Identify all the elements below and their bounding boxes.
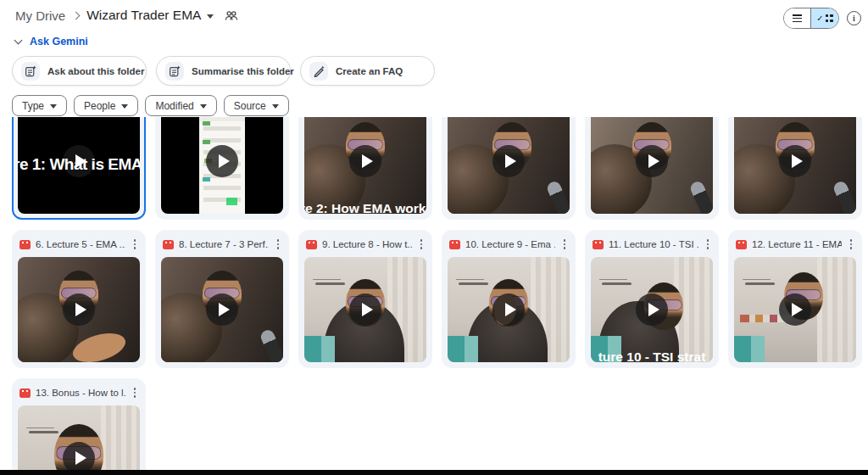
summarise-folder-button[interactable]: Summarise this folder <box>156 56 291 86</box>
filter-people[interactable]: People <box>74 95 138 116</box>
file-card[interactable] <box>728 117 862 220</box>
list-view-button[interactable] <box>784 8 811 28</box>
microphone <box>688 180 713 214</box>
file-name: 13. Bonus - How to l... <box>36 388 125 398</box>
file-name: 10. Lecture 9 - Ema ... <box>465 239 555 249</box>
file-card[interactable]: 8. Lecture 7 - 3 Perf... <box>155 230 289 368</box>
file-card[interactable]: 6. Lecture 5 - EMA ... <box>12 230 146 368</box>
file-card[interactable]: re 1: What is EMA? <box>12 117 146 220</box>
shared-people-icon[interactable] <box>225 10 238 21</box>
video-thumbnail[interactable] <box>18 405 140 470</box>
chevron-down-icon <box>272 104 279 109</box>
create-faq-button[interactable]: Create an FAQ <box>300 56 435 86</box>
play-icon <box>779 145 811 177</box>
video-file-icon <box>449 240 460 249</box>
document-sparkle-icon <box>21 62 40 81</box>
file-card[interactable]: re 2: How EMA works on <box>298 117 432 220</box>
more-options-button[interactable] <box>847 238 855 250</box>
chevron-down-icon <box>121 104 128 109</box>
file-name: 6. Lecture 5 - EMA ... <box>36 239 125 249</box>
video-thumbnail[interactable] <box>591 117 713 214</box>
video-thumbnail[interactable] <box>161 117 283 214</box>
list-view-icon <box>793 14 802 22</box>
gemini-suggestions: Ask about this folder Summarise this fol… <box>12 56 435 86</box>
video-file-icon <box>19 240 31 249</box>
video-file-icon <box>306 240 317 249</box>
file-card[interactable]: 13. Bonus - How to l... <box>12 378 146 470</box>
file-card-header: 12. Lecture 11 - EMA... <box>736 236 855 253</box>
file-card[interactable] <box>442 117 576 220</box>
file-name: 12. Lecture 11 - EMA... <box>752 239 842 249</box>
video-thumbnail[interactable]: re 1: What is EMA? <box>18 117 140 214</box>
file-name: 11. Lecture 10 - TSI ... <box>609 239 698 249</box>
filter-modified[interactable]: Modified <box>145 95 216 116</box>
files-scroll-area[interactable]: re 1: What is EMA? <box>0 117 868 470</box>
grid-view-button[interactable]: ✓ <box>811 8 838 28</box>
desk-items <box>304 336 335 362</box>
play-icon <box>492 145 525 177</box>
file-card-header: 8. Lecture 7 - 3 Perf... <box>163 236 282 253</box>
breadcrumb-my-drive[interactable]: My Drive <box>15 8 65 23</box>
play-icon <box>779 293 811 326</box>
play-icon <box>349 293 381 326</box>
video-thumbnail[interactable] <box>161 257 283 362</box>
play-icon <box>63 293 95 326</box>
video-thumbnail[interactable] <box>18 257 140 362</box>
document-sparkle-icon <box>165 62 184 81</box>
suggestion-label: Ask about this folder <box>47 66 144 76</box>
microphone <box>545 180 570 214</box>
more-options-button[interactable] <box>274 238 282 250</box>
file-grid: re 1: What is EMA? <box>12 117 868 470</box>
file-card[interactable] <box>155 117 289 220</box>
video-thumbnail[interactable]: re 2: How EMA works on <box>304 117 426 214</box>
ask-about-folder-button[interactable]: Ask about this folder <box>12 56 147 86</box>
filter-source[interactable]: Source <box>224 95 289 116</box>
file-card-header: 6. Lecture 5 - EMA ... <box>19 236 139 253</box>
folder-title: Wizard Trader EMA <box>86 8 201 23</box>
file-card[interactable]: 10. Lecture 9 - Ema ... <box>442 230 576 368</box>
desk-items <box>448 336 478 362</box>
breadcrumb-current-folder[interactable]: Wizard Trader EMA <box>86 8 214 23</box>
play-icon <box>206 145 238 177</box>
window-bottom-edge <box>0 470 868 475</box>
grid-view-icon <box>826 14 833 22</box>
video-thumbnail[interactable] <box>448 117 570 214</box>
thumbnail-caption: ture 10 - TSI strat <box>591 349 713 362</box>
header-controls: ✓ i <box>783 8 861 29</box>
chevron-right-icon <box>72 12 81 20</box>
play-icon <box>63 442 95 470</box>
chevron-down-icon <box>50 104 57 109</box>
play-icon <box>636 145 668 177</box>
video-thumbnail[interactable] <box>734 257 856 362</box>
layout-toggle: ✓ <box>783 8 839 29</box>
file-card[interactable]: 11. Lecture 10 - TSI ... ture 10 - TSI s… <box>585 230 719 368</box>
video-thumbnail[interactable] <box>734 117 856 214</box>
suggestion-label: Summarise this folder <box>192 66 294 76</box>
folder-dropdown-caret-icon[interactable] <box>207 14 214 19</box>
thumbnail-caption: re 2: How EMA works on <box>304 201 426 214</box>
microphone <box>832 180 856 214</box>
play-icon <box>636 293 668 326</box>
video-thumbnail[interactable]: ture 10 - TSI strat <box>591 257 713 362</box>
chevron-down-icon <box>200 104 207 109</box>
more-options-button[interactable] <box>131 238 139 250</box>
more-options-button[interactable] <box>417 238 426 250</box>
file-card[interactable]: 9. Lecture 8 - How t... <box>298 230 432 368</box>
more-options-button[interactable] <box>560 238 569 250</box>
pen-sparkle-icon <box>309 62 328 81</box>
file-card[interactable]: 12. Lecture 11 - EMA... <box>728 230 862 368</box>
breadcrumb: My Drive Wizard Trader EMA <box>15 4 238 26</box>
details-info-button[interactable]: i <box>847 11 861 25</box>
more-options-button[interactable] <box>131 387 139 399</box>
filter-chips: Type People Modified Source <box>12 95 289 116</box>
check-icon: ✓ <box>816 14 823 23</box>
video-file-icon <box>163 240 174 249</box>
video-file-icon <box>19 388 31 398</box>
file-card[interactable] <box>585 117 719 220</box>
video-thumbnail[interactable] <box>448 257 570 362</box>
filter-type[interactable]: Type <box>12 95 67 116</box>
video-thumbnail[interactable] <box>304 257 426 362</box>
chevron-down-icon <box>14 36 23 45</box>
more-options-button[interactable] <box>704 238 712 250</box>
ask-gemini-toggle[interactable]: Ask Gemini <box>15 36 88 48</box>
